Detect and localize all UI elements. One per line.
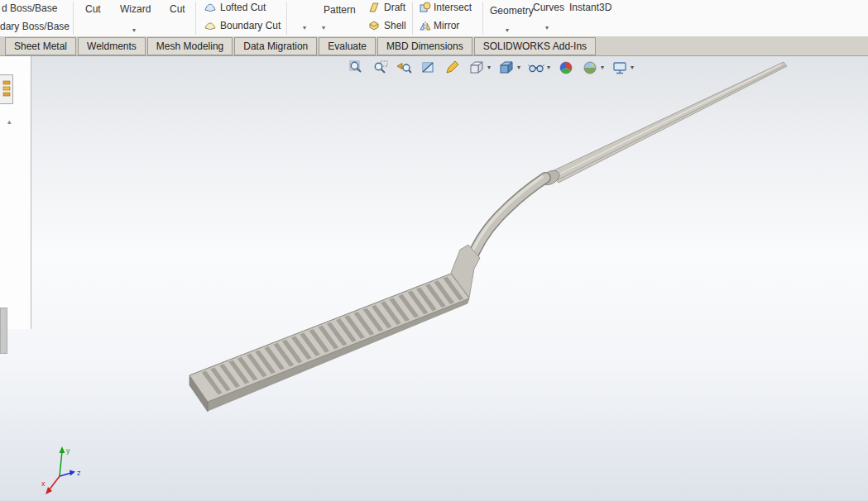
view-orientation-dropdown-icon[interactable]: ▾ [487,64,491,71]
shell-button[interactable]: Shell [384,20,406,31]
hole-wizard-dropdown-icon[interactable]: ▾ [132,27,136,34]
ribbon-separator [195,2,196,35]
axis-x [49,476,60,490]
tang-shade [557,65,785,180]
apply-scene-button[interactable] [581,59,598,76]
ribbon-separator [412,2,413,35]
mirror-icon [419,19,432,32]
view-orientation-icon [468,60,485,76]
intersect-icon [419,1,432,14]
view-settings-icon [611,60,628,76]
apply-scene-dropdown-icon[interactable]: ▾ [601,64,604,71]
view-settings-dropdown-icon[interactable]: ▾ [631,64,634,71]
view-settings-button[interactable] [611,59,628,76]
ribbon-separator [73,2,74,35]
axis-y-label: y [66,446,70,455]
extruded-cut-button[interactable]: Cut [85,3,101,15]
intersect-button[interactable]: Intersect [434,2,472,13]
draft-button[interactable]: Draft [384,2,405,13]
zoom-to-area-button[interactable] [372,59,389,76]
tab-mbd-dimensions[interactable]: MBD Dimensions [377,37,472,55]
zoom-to-area-icon [372,60,389,76]
apply-scene-icon [582,60,598,76]
lofted-cut-button[interactable]: Lofted Cut [220,2,266,13]
revolved-cut-button[interactable]: Cut [170,3,185,15]
lofted-cut-icon [204,0,217,13]
axis-z [60,473,71,476]
model-tang[interactable] [549,62,787,183]
tang-highlight [555,64,781,176]
axis-y [60,451,62,476]
command-ribbon: d Boss/Base dary Boss/Base Cut Wizard ▾ … [0,0,868,37]
featuremanager-flyout-tab[interactable] [0,74,13,104]
previous-view-icon [396,60,413,76]
edit-appearance-button[interactable] [557,59,574,76]
extruded-boss-base-button[interactable]: d Boss/Base [2,2,57,14]
hide-show-items-icon [528,60,544,76]
boundary-boss-base-button[interactable]: dary Boss/Base [0,21,70,32]
tab-data-migration[interactable]: Data Migration [234,37,317,55]
solidworks-window: d Boss/Base dary Boss/Base Cut Wizard ▾ … [0,0,868,501]
graphics-area[interactable]: ▾ ▾ ▾ [0,56,868,501]
section-view-icon [420,60,437,76]
mirror-button[interactable]: Mirror [434,20,459,31]
boundary-cut-button[interactable]: Boundary Cut [220,20,281,31]
featuremanager-tree-icon [2,79,11,99]
model-3d-rasp[interactable] [0,56,868,501]
tab-evaluate[interactable]: Evaluate [319,37,376,55]
orientation-triad: y x z [41,441,91,499]
tab-solidworks-addins[interactable]: SOLIDWORKS Add-Ins [474,37,596,55]
panel-scroll-up-icon[interactable]: ▴ [7,117,12,126]
draft-icon [367,1,381,14]
previous-view-button[interactable] [396,59,413,76]
hole-wizard-button[interactable]: Wizard [120,3,151,15]
display-style-icon [498,60,515,76]
view-orientation-button[interactable] [468,59,485,76]
tab-sheet-metal[interactable]: Sheet Metal [5,37,76,55]
hide-show-items-button[interactable] [527,59,544,76]
section-view-button[interactable] [420,59,437,76]
panel-scrollbar-thumb[interactable] [0,308,7,354]
fillet-dropdown-icon[interactable]: ▾ [303,25,306,31]
pattern-dropdown-icon[interactable]: ▾ [322,25,325,31]
edit-appearance-icon [558,60,574,76]
shell-icon [367,19,381,32]
zoom-to-fit-icon [348,60,365,76]
axis-z-arrowhead [70,470,75,476]
axis-z-label: z [77,469,81,477]
hide-show-items-dropdown-icon[interactable]: ▾ [547,64,550,71]
axis-x-label: x [41,480,46,488]
curves-button[interactable]: Curves [533,2,564,13]
display-style-dropdown-icon[interactable]: ▾ [517,64,520,71]
commandmanager-tabs: Sheet Metal Weldments Mesh Modeling Data… [0,36,868,56]
dynamic-annotation-views-icon [444,60,461,76]
boundary-cut-icon [204,18,217,31]
tab-weldments[interactable]: Weldments [78,37,146,55]
featuremanager-panel: ▴ [0,56,31,329]
ribbon-separator [286,2,287,35]
ribbon-separator [482,2,483,35]
linear-pattern-button[interactable]: Pattern [324,4,356,16]
instant3d-button[interactable]: Instant3D [569,2,611,13]
curves-dropdown-icon[interactable]: ▾ [545,25,549,31]
reference-geometry-button[interactable]: Geometry [490,5,534,17]
reference-geometry-dropdown-icon[interactable]: ▾ [506,27,509,34]
zoom-to-fit-button[interactable] [348,59,365,76]
headsup-toolbar: ▾ ▾ ▾ [348,59,634,76]
dynamic-annotation-views-button[interactable] [444,59,461,76]
axis-y-arrowhead [60,446,65,453]
display-style-button[interactable] [497,59,515,76]
tab-mesh-modeling[interactable]: Mesh Modeling [147,37,233,55]
